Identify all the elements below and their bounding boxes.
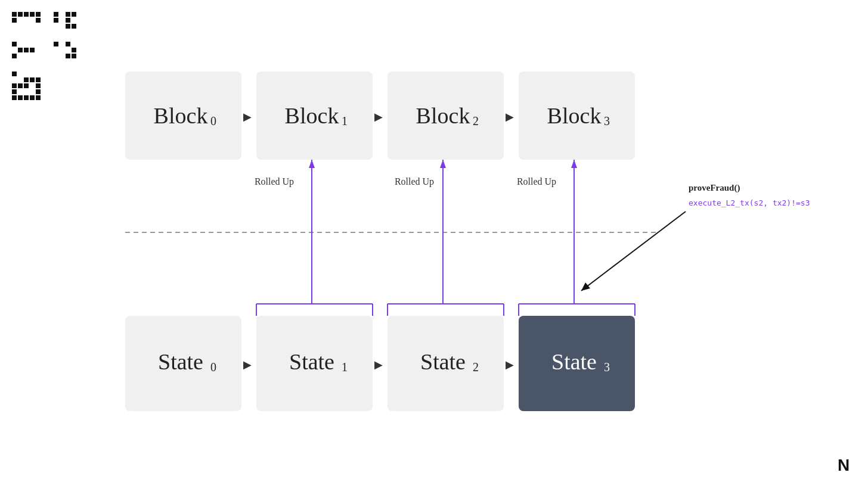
svg-text:3: 3 bbox=[604, 114, 610, 128]
svg-marker-65 bbox=[309, 160, 315, 168]
svg-text:▶: ▶ bbox=[243, 111, 252, 123]
svg-text:▶: ▶ bbox=[374, 111, 383, 123]
rolled-up-label-3: Rolled Up bbox=[517, 176, 556, 187]
svg-text:State: State bbox=[551, 349, 597, 374]
svg-text:1: 1 bbox=[342, 360, 348, 374]
svg-text:3: 3 bbox=[604, 360, 610, 374]
svg-text:Block: Block bbox=[154, 103, 208, 128]
svg-text:▶: ▶ bbox=[243, 359, 252, 371]
svg-text:Block: Block bbox=[285, 103, 339, 128]
svg-text:1: 1 bbox=[342, 114, 348, 128]
svg-text:0: 0 bbox=[210, 114, 216, 128]
svg-text:▶: ▶ bbox=[506, 111, 514, 123]
svg-text:Block: Block bbox=[416, 103, 470, 128]
svg-text:State: State bbox=[158, 349, 203, 374]
svg-line-76 bbox=[581, 212, 686, 291]
rolled-up-label-1: Rolled Up bbox=[255, 176, 294, 187]
svg-marker-75 bbox=[571, 160, 577, 168]
svg-marker-77 bbox=[581, 282, 590, 291]
bottom-logo: N bbox=[838, 456, 850, 474]
svg-text:0: 0 bbox=[210, 360, 216, 374]
diagram-svg: Block 0 ▶ Block 1 ▶ Block 2 ▶ Block 3 St… bbox=[0, 0, 868, 488]
prove-fraud-detail: execute_L2_tx(s2, tx2)!=s3 bbox=[689, 198, 810, 207]
svg-text:State: State bbox=[420, 349, 466, 374]
svg-text:Block: Block bbox=[547, 103, 602, 128]
rolled-up-label-2: Rolled Up bbox=[395, 176, 434, 187]
prove-fraud-func-name: proveFraud() bbox=[689, 183, 740, 193]
svg-marker-70 bbox=[440, 160, 446, 168]
svg-text:▶: ▶ bbox=[374, 359, 383, 371]
svg-text:2: 2 bbox=[473, 360, 479, 374]
svg-text:State: State bbox=[289, 349, 334, 374]
svg-text:▶: ▶ bbox=[506, 359, 514, 371]
svg-text:2: 2 bbox=[473, 114, 479, 128]
